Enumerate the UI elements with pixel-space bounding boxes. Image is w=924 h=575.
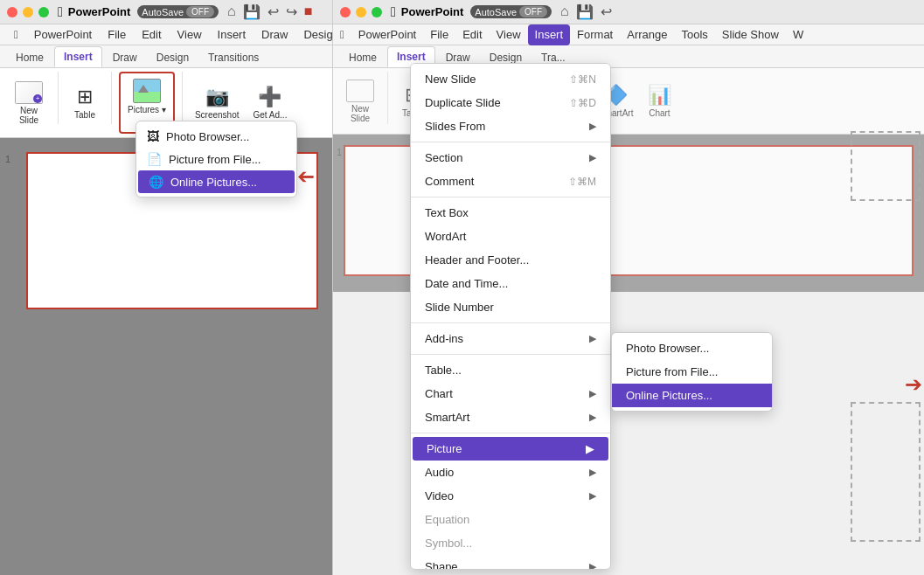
submenu-online-pictures[interactable]: Online Pictures... — [612, 384, 772, 407]
menu-insert[interactable]: Insert — [211, 26, 254, 43]
menu-date-time[interactable]: Date and Time... — [411, 272, 610, 295]
picture-file-left[interactable]: 📄 Picture from File... — [136, 148, 296, 170]
menu-draw[interactable]: Draw — [254, 26, 295, 43]
right-app-name: PowerPoint — [401, 5, 464, 18]
menu-audio-label: Audio — [425, 466, 454, 479]
minimize-button[interactable] — [23, 7, 33, 17]
menu-comment[interactable]: Comment ⇧⌘M — [411, 170, 610, 193]
photo-browser-label-left: Photo Browser... — [166, 130, 249, 143]
addins-icon: ➕ — [258, 86, 281, 108]
submenu-online-pictures-label: Online Pictures... — [626, 389, 712, 402]
maximize-button[interactable] — [38, 7, 49, 17]
right-new-slide-button[interactable]: NewSlide — [338, 72, 382, 130]
right-autosave-toggle[interactable]: OFF — [519, 6, 547, 17]
menu-addins[interactable]: Add-ins ▶ — [411, 327, 610, 350]
menu-powerpoint[interactable]: PowerPoint — [27, 26, 99, 43]
menu-header-footer[interactable]: Header and Footer... — [411, 248, 610, 272]
menu-date-time-label: Date and Time... — [425, 277, 508, 290]
tab-home[interactable]: Home — [7, 48, 52, 67]
photo-browser-left[interactable]: 🖼 Photo Browser... — [136, 125, 296, 148]
tab-design[interactable]: Design — [148, 48, 198, 67]
save-icon[interactable]: 💾 — [243, 3, 261, 20]
submenu-photo-browser[interactable]: Photo Browser... — [612, 336, 772, 360]
menu-file[interactable]: File — [101, 26, 133, 43]
picture-file-label-left: Picture from File... — [169, 153, 261, 166]
menu-view[interactable]: View — [170, 26, 209, 43]
home-icon[interactable]: ⌂ — [227, 3, 236, 20]
right-new-slide-label: NewSlide — [351, 104, 370, 123]
left-ribbon-tabs: Home Insert Draw Design Transitions — [0, 45, 332, 68]
right-save-icon[interactable]: 💾 — [576, 3, 594, 20]
right-home-icon[interactable]: ⌂ — [560, 3, 569, 20]
menu-table[interactable]: Table... — [411, 358, 610, 382]
right-menu-tools[interactable]: Tools — [674, 24, 714, 45]
tab-insert[interactable]: Insert — [54, 46, 102, 67]
menu-symbol-label: Symbol... — [425, 537, 472, 550]
window-controls — [7, 7, 49, 17]
tab-draw[interactable]: Draw — [104, 48, 146, 67]
menu-duplicate-slide[interactable]: Duplicate Slide ⇧⌘D — [411, 91, 610, 114]
right-menu-w[interactable]: W — [786, 24, 810, 45]
menu-audio[interactable]: Audio ▶ — [411, 461, 610, 484]
menu-new-slide[interactable]: New Slide ⇧⌘N — [411, 67, 610, 91]
slides-from-arrow: ▶ — [589, 121, 596, 132]
right-menu-edit[interactable]: Edit — [455, 24, 489, 45]
tab-transitions[interactable]: Transitions — [199, 48, 267, 67]
right-menubar:  PowerPoint File Edit View Insert Forma… — [333, 24, 924, 45]
table-button[interactable]: ⊞ Table — [66, 72, 104, 134]
menu-video-label: Video — [425, 489, 454, 502]
online-pictures-left[interactable]: 🌐 Online Pictures... — [138, 170, 295, 193]
stop-icon: ■ — [304, 3, 313, 20]
right-menu-slideshow[interactable]: Slide Show — [715, 24, 786, 45]
right-menu-apple[interactable]:  — [333, 24, 351, 45]
right-toolbar-icons: ⌂ 💾 ↩ — [560, 3, 612, 20]
right-chart-icon: 📊 — [648, 84, 671, 107]
menu-wordart[interactable]: WordArt — [411, 225, 610, 248]
menu-shape[interactable]: Shape ▶ — [411, 555, 610, 570]
submenu-picture-file[interactable]: Picture from File... — [612, 360, 772, 384]
right-apple-logo:  — [391, 4, 396, 20]
left-panel:  PowerPoint AutoSave OFF ⌂ 💾 ↩ ↪ ■  Po… — [0, 0, 332, 575]
right-chart-button[interactable]: 📊 Chart — [640, 72, 678, 130]
right-tab-home[interactable]: Home — [340, 48, 386, 67]
menu-apple[interactable]:  — [7, 26, 25, 43]
menu-new-slide-shortcut: ⇧⌘N — [569, 73, 596, 86]
right-undo-icon[interactable]: ↩ — [601, 3, 612, 20]
sep-5 — [411, 433, 610, 433]
menu-header-footer-label: Header and Footer... — [425, 253, 529, 267]
picture-file-icon-left: 📄 — [147, 152, 162, 166]
right-menu-file[interactable]: File — [423, 24, 455, 45]
menu-video[interactable]: Video ▶ — [411, 484, 610, 508]
right-menu-format[interactable]: Format — [570, 24, 620, 45]
menu-smartart-label: SmartArt — [425, 411, 469, 424]
audio-arrow: ▶ — [589, 467, 596, 478]
right-menu-view[interactable]: View — [490, 24, 528, 45]
right-menu-arrange[interactable]: Arrange — [620, 24, 674, 45]
pictures-button[interactable]: Pictures ▾ — [122, 75, 171, 118]
new-slide-button[interactable]: + NewSlide — [7, 72, 51, 134]
menu-chart[interactable]: Chart ▶ — [411, 382, 610, 405]
autosave-label: AutoSave — [142, 7, 184, 17]
menu-addins-label: Add-ins — [425, 332, 463, 345]
menu-section[interactable]: Section ▶ — [411, 146, 610, 170]
undo-icon[interactable]: ↩ — [267, 3, 279, 20]
right-maximize-button[interactable] — [372, 7, 382, 17]
right-close-button[interactable] — [340, 7, 351, 17]
screenshot-label: Screenshot — [195, 110, 240, 120]
right-autosave-indicator: AutoSave OFF — [470, 5, 552, 18]
redo-icon[interactable]: ↪ — [286, 3, 297, 20]
menu-picture[interactable]: Picture ▶ — [413, 437, 608, 461]
autosave-toggle[interactable]: OFF — [186, 6, 214, 17]
right-menu-insert[interactable]: Insert — [528, 24, 571, 45]
menu-slide-number[interactable]: Slide Number — [411, 295, 610, 319]
right-minimize-button[interactable] — [356, 7, 366, 17]
close-button[interactable] — [7, 7, 17, 17]
smartart-arrow: ▶ — [589, 412, 596, 423]
addins-arrow: ▶ — [589, 333, 596, 344]
menu-edit[interactable]: Edit — [135, 26, 168, 43]
right-menu-powerpoint[interactable]: PowerPoint — [351, 24, 423, 45]
apple-logo:  — [58, 4, 63, 20]
menu-slides-from[interactable]: Slides From ▶ — [411, 114, 610, 138]
menu-smartart[interactable]: SmartArt ▶ — [411, 405, 610, 429]
menu-textbox[interactable]: Text Box — [411, 201, 610, 225]
